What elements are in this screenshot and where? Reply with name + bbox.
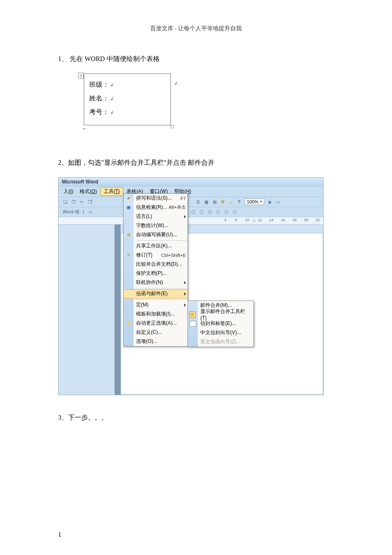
chevron-down-icon — [260, 201, 262, 203]
menu-insert[interactable]: 入(I) — [60, 187, 76, 196]
table-icon[interactable]: ▦ — [202, 198, 210, 205]
table-row: 姓名：↲ — [84, 92, 170, 105]
sample-table: 班级：↲ ↲ 姓名：↲ 考号：↲ — [84, 73, 171, 125]
toolbar-icon[interactable]: ▢ — [206, 208, 213, 215]
step-2-number: 2 — [58, 159, 61, 166]
table-move-handle-icon — [78, 73, 84, 78]
menu-language[interactable]: 语言(L) — [124, 212, 187, 221]
paragraph-mark-icon: ↲ — [110, 82, 114, 88]
zoom-dropdown[interactable]: 100% — [245, 198, 264, 205]
menu-auto-summary[interactable]: ≣ 自动编写摘要(U)... — [124, 230, 187, 240]
step-3-number: 3 — [58, 414, 61, 421]
toolbar-icon[interactable]: ▢ — [189, 208, 197, 215]
ruler-tick-label: 12 — [258, 218, 262, 222]
hyperlink-icon[interactable]: ⌘ — [219, 198, 226, 205]
menu-compare-merge[interactable]: 比较并合并文档(D)... — [124, 260, 187, 269]
toolbar-icon[interactable]: ▢ — [197, 208, 205, 215]
menu-separator — [135, 299, 187, 300]
menu-templates-addins[interactable]: 模板和加载项(I)... — [124, 310, 187, 319]
cursor-mark-icon: ⌐ — [83, 125, 334, 132]
menu-letters-and-mail[interactable]: 信函与邮件(E) — [124, 289, 187, 298]
step-2-text: 、如图，勾选"显示邮件合并工具栏"并点击 邮件合并 — [61, 159, 214, 166]
toolbar-icon[interactable]: ❐ — [70, 198, 77, 205]
chart-icon[interactable]: ▤ — [211, 198, 218, 205]
submenu-arrow-icon — [184, 281, 186, 284]
ruler-tick-label: 6 — [224, 218, 226, 222]
page-header: 百度文库 - 让每个人平等地提升自我 — [58, 25, 334, 32]
track-changes-icon: ✎ — [125, 252, 132, 259]
submenu-english-letter-wizard: 英文信函向导(Z)... — [188, 337, 253, 347]
menu-spelling[interactable]: ✔ 拼写和语法(S)... F7 — [124, 194, 187, 203]
read-icon[interactable]: ▭ — [274, 198, 282, 205]
word-app-screenshot: Microsoft Word 入(I) 格式(O) 工具(T) 表格(A) 窗口… — [58, 177, 324, 395]
menu-options[interactable]: 选项(O)... — [124, 337, 187, 346]
step-1: 1、 先在 WORD 中随便绘制个表格 — [58, 53, 334, 65]
toolbar-primary: ❏ ❐ ✂ ❐ ☰ ▦ ▤ ⌘ ⌕ ¶ 100% ◉ ▭ — [58, 197, 323, 207]
submenu-chinese-envelope-wizard[interactable]: 中文信封向导(V)... — [188, 328, 253, 337]
table-cell-text: 考号： — [89, 108, 109, 115]
step-3-text: 、下一步。。。 — [61, 414, 108, 421]
checked-icon: ✔ — [189, 311, 196, 318]
step-1-word: WORD — [85, 55, 105, 62]
menu-customize[interactable]: 自定义(C)... — [124, 328, 187, 337]
ruler: 6 8 10 △ 12 14 16 18 20 22 — [58, 217, 323, 225]
paragraph-mark-icon: ↲ — [174, 81, 178, 87]
ruler-tick-label: 20 — [304, 218, 308, 222]
menu-format[interactable]: 格式(O) — [76, 187, 100, 196]
menu-separator — [135, 240, 187, 241]
submenu-arrow-icon — [184, 292, 186, 296]
indent-marker-icon[interactable]: △ — [253, 218, 256, 222]
step-2: 2、如图，勾选"显示邮件合并工具栏"并点击 邮件合并 — [58, 157, 334, 169]
copy-icon[interactable]: ❐ — [86, 198, 94, 205]
toolbar-icon[interactable]: ▭ — [86, 208, 94, 215]
letters-mail-submenu: 邮件合并(M)... ✔ 显示邮件合并工具栏(T) 信封和标签(E)... 中文… — [187, 301, 254, 347]
help-icon[interactable]: ◉ — [266, 198, 273, 205]
toolbar-icon[interactable]: ▢ — [222, 208, 230, 215]
word-field-label: Word 域 · | — [61, 209, 86, 215]
paragraph-mark-icon: ↲ — [110, 96, 114, 102]
ruler-tick-label: 18 — [292, 218, 297, 222]
envelope-icon — [190, 321, 196, 327]
left-gutter — [58, 225, 121, 395]
menu-macro[interactable]: 宏(M) — [124, 301, 187, 310]
menu-online-collab[interactable]: 联机协作(N) — [124, 278, 187, 287]
summary-icon: ≣ — [125, 231, 132, 239]
submenu-arrow-icon — [184, 215, 186, 218]
step-1-text-a: 、 先在 — [61, 55, 85, 62]
paragraph-mark-icon: ↲ — [110, 110, 114, 115]
app-title-bar: Microsoft Word — [58, 178, 323, 186]
search-icon[interactable]: ⌕ — [227, 198, 235, 205]
menu-autocorrect[interactable]: ⚡ 自动更正选项(A)... — [124, 319, 187, 328]
zoom-value: 100% — [247, 199, 258, 204]
ruler-tick-label: 22 — [316, 218, 320, 222]
columns-icon[interactable]: ☰ — [194, 198, 202, 205]
cut-icon[interactable]: ✂ — [78, 198, 85, 205]
tools-menu-dropdown: ✔ 拼写和语法(S)... F7 ▣ 信息检索(R)... Alt+单击 语言(… — [123, 193, 188, 347]
ruler-tick-label: 8 — [235, 218, 237, 222]
submenu-envelopes-labels[interactable]: 信封和标签(E)... — [188, 319, 253, 328]
ruler-tick-label: 14 — [269, 218, 273, 222]
menu-shared-workspace[interactable]: 共享工作区(K)... — [124, 242, 187, 251]
menu-tools[interactable]: 工具(T) — [100, 187, 123, 196]
toolbar-icon[interactable]: ▢ — [231, 208, 238, 215]
menu-separator — [135, 288, 187, 289]
menu-word-count[interactable]: 字数统计(W)... — [124, 221, 187, 230]
menu-track-changes[interactable]: ✎ 修订(T) Ctrl+Shift+E — [124, 251, 187, 260]
toolbar-secondary: Word 域 · | ▭ ▢ ▢ ▢ ▢ ▢ ▢ — [58, 207, 323, 217]
step-3: 3、下一步。。。 — [58, 412, 334, 424]
toolbar-icon[interactable]: ▢ — [214, 208, 222, 215]
menu-protect-doc[interactable]: 保护文档(P)... — [124, 269, 187, 278]
menu-research[interactable]: ▣ 信息检索(R)... Alt+单击 — [124, 203, 187, 212]
autocorrect-icon: ⚡ — [125, 320, 132, 327]
show-marks-icon[interactable]: ¶ — [236, 198, 243, 205]
sample-table-figure: 班级：↲ ↲ 姓名：↲ 考号：↲ ⌐ — [79, 73, 334, 132]
submenu-arrow-icon — [184, 303, 186, 307]
table-cell-text: 班级： — [89, 81, 109, 88]
table-resize-handle-icon — [170, 125, 174, 128]
toolbar-icon[interactable]: ❏ — [61, 198, 69, 205]
submenu-show-mail-merge-toolbar[interactable]: ✔ 显示邮件合并工具栏(T) — [188, 310, 253, 319]
spellcheck-icon: ✔ — [125, 195, 132, 202]
step-1-number: 1 — [58, 55, 61, 62]
vertical-ruler — [114, 225, 120, 395]
ruler-tick-label: 16 — [281, 218, 285, 222]
